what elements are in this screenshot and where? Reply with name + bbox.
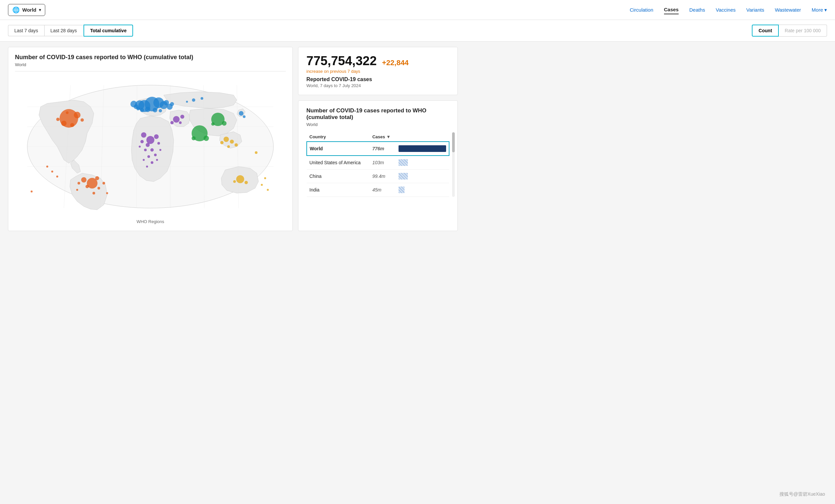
svg-point-70 <box>239 111 244 116</box>
world-map-svg <box>21 80 280 213</box>
btn-rate[interactable]: Rate per 100 000 <box>779 25 827 37</box>
svg-point-67 <box>227 145 230 148</box>
svg-point-48 <box>139 146 141 148</box>
nav-wastewater[interactable]: Wastewater <box>775 6 801 14</box>
svg-point-41 <box>154 134 159 139</box>
bubble-australia <box>236 175 244 183</box>
stats-increase-label: increase on previous 7 days <box>306 69 449 74</box>
table-header-row: Country Cases ▼ <box>307 132 449 142</box>
svg-point-29 <box>81 118 84 122</box>
svg-point-43 <box>150 148 154 152</box>
svg-point-26 <box>61 121 66 126</box>
bar-usa-fill <box>399 159 408 166</box>
btn-count[interactable]: Count <box>752 25 778 37</box>
svg-point-28 <box>56 118 60 121</box>
svg-point-18 <box>153 108 157 112</box>
svg-point-79 <box>264 177 266 179</box>
col-country-header[interactable]: Country <box>307 132 370 142</box>
svg-point-45 <box>157 142 160 145</box>
table-wrapper: Country Cases ▼ World 776m <box>306 132 449 197</box>
nav-circulation[interactable]: Circulation <box>630 6 653 14</box>
svg-point-51 <box>151 161 154 164</box>
chevron-down-icon: ▾ <box>824 7 827 13</box>
svg-point-35 <box>78 182 80 185</box>
bar-india-fill <box>399 187 405 193</box>
bar-china <box>396 170 449 183</box>
bar-india <box>396 183 449 197</box>
stats-top-row: 775,754,322 +22,844 increase on previous… <box>306 54 449 74</box>
svg-point-66 <box>235 143 238 147</box>
cases-table: Country Cases ▼ World 776m <box>306 132 449 197</box>
svg-point-54 <box>146 166 148 168</box>
table-row-india[interactable]: India 45m <box>307 183 449 197</box>
svg-point-74 <box>186 101 188 103</box>
table-row-world[interactable]: World 776m <box>307 142 449 155</box>
world-selector[interactable]: 🌐 World ▾ <box>8 4 45 16</box>
svg-point-55 <box>204 135 209 141</box>
svg-point-31 <box>81 177 86 183</box>
nav-vaccines[interactable]: Vaccines <box>716 6 735 14</box>
filter-bar: Last 7 days Last 28 days Total cumulativ… <box>0 20 835 42</box>
main-nav: Circulation Cases Deaths Vaccines Varian… <box>630 5 827 14</box>
svg-point-59 <box>173 116 180 123</box>
nav-variants[interactable]: Variants <box>746 6 764 14</box>
svg-point-52 <box>143 159 145 161</box>
cases-usa: 103m <box>370 155 396 170</box>
country-india: India <box>307 183 370 197</box>
scroll-indicator[interactable] <box>452 132 455 197</box>
map-container <box>15 77 286 216</box>
svg-point-46 <box>144 149 147 151</box>
svg-point-58 <box>211 122 215 126</box>
svg-point-44 <box>140 140 144 143</box>
svg-point-75 <box>51 171 53 172</box>
country-usa: United States of America <box>307 155 370 170</box>
scroll-thumb <box>452 132 455 152</box>
svg-point-36 <box>102 182 105 185</box>
table-row-china[interactable]: China 99.4m <box>307 170 449 183</box>
main-content: Number of COVID-19 cases reported to WHO… <box>0 42 466 236</box>
metric-group: Count Rate per 100 000 <box>752 25 827 37</box>
svg-point-19 <box>140 108 144 112</box>
sort-icon: ▼ <box>386 134 390 139</box>
svg-point-68 <box>245 181 248 184</box>
nav-more[interactable]: More ▾ <box>812 6 827 14</box>
svg-point-25 <box>74 112 81 118</box>
col-cases-header[interactable]: Cases ▼ <box>370 132 396 142</box>
nav-deaths[interactable]: Deaths <box>689 6 705 14</box>
btn-last28days[interactable]: Last 28 days <box>44 25 83 36</box>
svg-point-30 <box>66 111 68 114</box>
svg-point-77 <box>46 166 48 168</box>
svg-point-39 <box>76 189 78 191</box>
stats-sublabel: World, 7 days to 7 July 2024 <box>306 83 449 88</box>
nav-cases[interactable]: Cases <box>664 5 679 14</box>
svg-point-37 <box>93 192 95 194</box>
svg-point-47 <box>154 153 157 156</box>
svg-point-80 <box>267 189 269 191</box>
svg-point-64 <box>230 140 234 144</box>
svg-point-24 <box>134 104 138 109</box>
svg-point-81 <box>30 190 33 192</box>
svg-point-42 <box>146 143 150 147</box>
svg-point-38 <box>106 192 108 194</box>
svg-point-69 <box>233 180 236 183</box>
header: 🌐 World ▾ Circulation Cases Deaths Vacci… <box>0 0 835 20</box>
table-subtitle: World <box>306 122 449 127</box>
svg-point-33 <box>85 185 89 188</box>
btn-total-cumulative[interactable]: Total cumulative <box>83 25 133 37</box>
table-row-usa[interactable]: United States of America 103m <box>307 155 449 170</box>
svg-point-23 <box>170 102 174 106</box>
stats-increase: +22,844 <box>382 59 408 67</box>
svg-point-73 <box>201 97 203 100</box>
right-panel: 775,754,322 +22,844 increase on previous… <box>298 47 458 231</box>
stats-label: Reported COVID-19 cases <box>306 77 449 82</box>
world-selector-label: World <box>22 7 36 13</box>
svg-point-71 <box>243 115 245 118</box>
chevron-down-icon: ▾ <box>39 8 41 12</box>
svg-point-78 <box>261 184 263 186</box>
map-title: Number of COVID-19 cases reported to WHO… <box>15 54 286 61</box>
stats-card: 775,754,322 +22,844 increase on previous… <box>298 47 458 95</box>
map-subtitle: World <box>15 62 286 67</box>
table-card: Number of COVID-19 cases reported to WHO… <box>298 100 458 231</box>
svg-point-40 <box>141 132 146 138</box>
btn-last7days[interactable]: Last 7 days <box>8 25 44 36</box>
